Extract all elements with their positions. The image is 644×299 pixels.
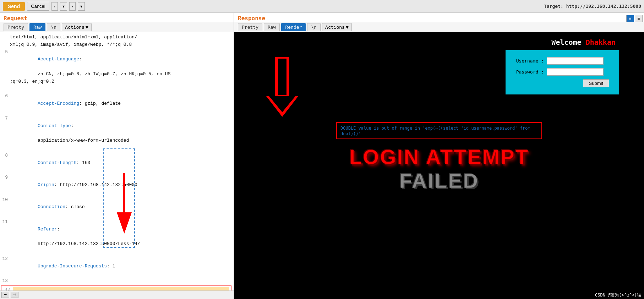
error-message: DOUBLE value is out of range in 'exp(~((… — [340, 126, 530, 136]
welcome-row: Welcome Dhakkan — [245, 38, 633, 47]
line-num-13: 13 — [0, 277, 8, 285]
line-num-14: 14 — [3, 287, 11, 290]
actions-label-response: Actions — [325, 25, 345, 30]
password-field-row: Password : — [515, 68, 609, 76]
response-tab-bar: Pretty Raw Render \n Actions ▼ — [234, 22, 644, 32]
line-content-7: Content-Type: application/x-www-form-url… — [10, 115, 232, 152]
line-content-12: Upgrade-Insecure-Requests: 1 — [10, 255, 232, 277]
panel-view-icons: ⊞ ≡ — [626, 15, 643, 22]
tab-actions-response[interactable]: Actions ▼ — [322, 23, 352, 31]
error-box: DOUBLE value is out of range in 'exp(~((… — [336, 122, 542, 139]
failed-text: FAILED — [349, 169, 529, 192]
code-line-12: 12 Upgrade-Insecure-Requests: 1 — [0, 255, 232, 277]
request-code-area[interactable]: text/html, application/xhtml+xml, applic… — [0, 32, 234, 290]
tab-render-response[interactable]: Render — [281, 23, 306, 31]
code-line-6: 6 Accept-Encoding: gzip, deflate — [0, 93, 232, 115]
username-label: Username : — [515, 58, 544, 64]
welcome-name: Dhakkan — [586, 38, 616, 47]
line-num-7: 7 — [0, 115, 8, 123]
toolbar: Send Cancel ‹ ▾ › ▾ Target: http://192.1… — [0, 0, 644, 13]
arrow-login-row: Username : Password : Submit — [245, 50, 633, 119]
line-content-9: Origin: http://192.168.142.132:50000 — [10, 174, 232, 196]
prev-button[interactable]: ‹ — [51, 2, 58, 11]
line-num-9: 9 — [0, 174, 8, 181]
tab-pretty-response[interactable]: Pretty — [238, 23, 262, 31]
toolbar-left: Send Cancel ‹ ▾ › ▾ — [3, 2, 85, 11]
line-content-5: Accept-Language: zh-CN, zh;q=0.8, zh-TW;… — [10, 49, 232, 93]
line-content-6: Accept-Encoding: gzip, deflate — [10, 93, 232, 115]
next-button[interactable]: › — [69, 2, 76, 11]
submit-button[interactable]: Submit — [583, 79, 609, 87]
password-input[interactable] — [547, 68, 604, 76]
split-view-btn[interactable]: ⊞ — [626, 15, 634, 22]
line-num-6: 6 — [0, 93, 8, 100]
response-render-area: Welcome Dhakkan — [234, 32, 644, 299]
line-content-11: Referer: http://192.168.142.132:50000/Le… — [10, 218, 232, 255]
submit-row: Submit — [515, 79, 609, 87]
code-line-11: 11 Referer: http://192.168.142.132:50000… — [0, 218, 232, 255]
send-button[interactable]: Send — [3, 2, 25, 11]
code-line-14: 14 uname=admin&passwd=12123"and exp(~(se… — [1, 286, 231, 290]
welcome-text: Welcome Dhakkan — [551, 38, 616, 47]
login-failed-text: LOGIN ATTEMPT FAILED — [349, 145, 529, 192]
response-title: Response — [234, 13, 644, 22]
actions-label-request: Actions — [65, 25, 84, 30]
code-line-7: 7 Content-Type: application/x-www-form-u… — [0, 115, 232, 152]
csdn-footer: CSDN @蓝为(>^ω^<)喵 — [595, 292, 641, 298]
code-line-10: 10 Connection: close — [0, 196, 232, 218]
code-line-13: 13 — [0, 277, 232, 285]
line-content-14: uname=admin&passwd=12123"and exp(~(selec… — [13, 287, 229, 290]
request-panel: Request Pretty Raw \n Actions ▼ text/htm… — [0, 13, 234, 299]
login-attempt-text: LOGIN ATTEMPT — [349, 145, 529, 169]
tab-actions-request[interactable]: Actions ▼ — [62, 23, 92, 31]
line-num-8: 8 — [0, 152, 8, 159]
code-line-8: 8 Content-Length: 163 — [0, 152, 232, 174]
tab-raw-response[interactable]: Raw — [264, 23, 280, 31]
arrow-down — [266, 57, 298, 119]
nav-right-btn[interactable]: ⊣ — [11, 292, 18, 298]
line-num-12: 12 — [0, 255, 8, 263]
menu-view-btn[interactable]: ≡ — [635, 15, 643, 22]
tab-raw-request[interactable]: Raw — [29, 23, 45, 31]
prev-down-button[interactable]: ▾ — [60, 2, 67, 11]
line-num-11: 11 — [0, 218, 8, 226]
actions-chevron-response: ▼ — [346, 25, 349, 30]
password-label: Password : — [515, 69, 544, 75]
username-field-row: Username : — [515, 57, 609, 65]
svg-rect-4 — [278, 59, 286, 95]
request-tab-bar: Pretty Raw \n Actions ▼ — [0, 22, 234, 32]
line-content-10: Connection: close — [10, 196, 232, 218]
code-line-5: 5 Accept-Language: zh-CN, zh;q=0.8, zh-T… — [0, 49, 232, 93]
request-bottom-nav: ⊢ ⊣ — [0, 290, 234, 299]
target-info: Target: http://192.168.142.132:5000 — [544, 4, 641, 9]
response-panel: ⊞ ≡ Response Pretty Raw Render \n Action… — [234, 13, 644, 299]
cancel-button[interactable]: Cancel — [27, 2, 49, 11]
request-title: Request — [0, 13, 234, 22]
line-content-13 — [10, 277, 232, 285]
main-panels: Request Pretty Raw \n Actions ▼ text/htm… — [0, 13, 644, 299]
tab-n-response[interactable]: \n — [307, 23, 321, 31]
nav-left-btn[interactable]: ⊢ — [1, 292, 9, 298]
line-content-accept: text/html, application/xhtml+xml, applic… — [10, 34, 232, 49]
tab-n-request[interactable]: \n — [47, 23, 60, 31]
line-content-8: Content-Length: 163 — [10, 152, 232, 174]
actions-chevron-request: ▼ — [86, 25, 88, 30]
next-down-button[interactable]: ▾ — [78, 2, 85, 11]
code-line-accept: text/html, application/xhtml+xml, applic… — [0, 34, 232, 49]
username-input[interactable] — [547, 57, 604, 65]
login-form: Username : Password : Submit — [506, 50, 619, 94]
tab-pretty-request[interactable]: Pretty — [4, 23, 28, 31]
code-line-9: 9 Origin: http://192.168.142.132:50000 — [0, 174, 232, 196]
line-num-10: 10 — [0, 196, 8, 204]
line-num-5: 5 — [0, 49, 8, 56]
